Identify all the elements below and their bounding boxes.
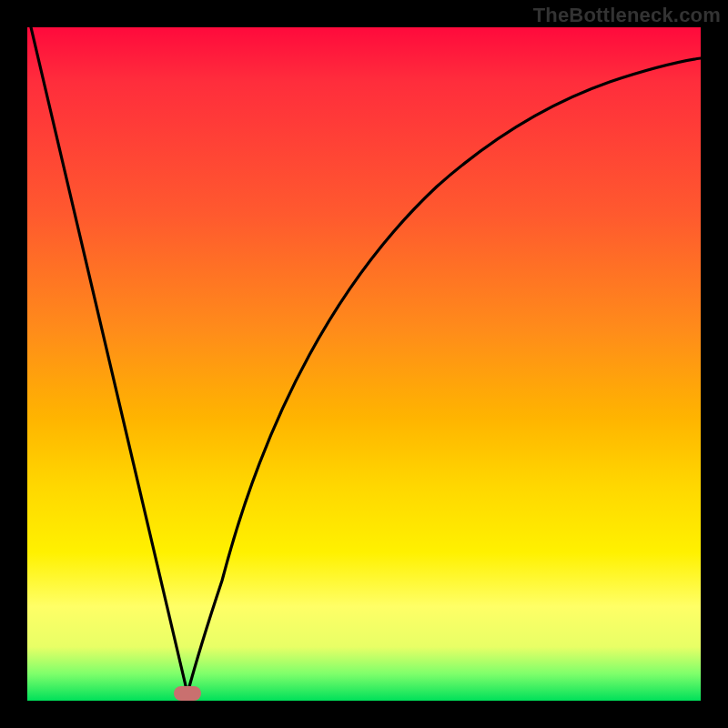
plot-area [27,27,701,701]
chart-frame: TheBottleneck.com [0,0,728,728]
bottleneck-curve [27,27,701,701]
optimal-marker [174,686,201,701]
curve-left-segment [31,27,187,693]
watermark-text: TheBottleneck.com [533,4,721,27]
curve-right-segment [187,58,701,693]
